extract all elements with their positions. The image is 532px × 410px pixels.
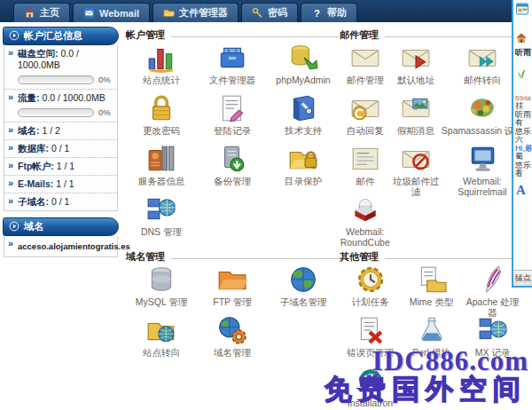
nav-folder-icon: [163, 7, 175, 19]
app-item-label: 垃圾邮件过滤: [390, 176, 441, 197]
app-item-label: MySQL 管理: [136, 296, 188, 307]
stat-value: 0 / 1: [51, 196, 69, 207]
app-item-auto-reply[interactable]: 自动回复: [340, 93, 390, 144]
subdomain-icon: [288, 264, 318, 295]
app-item-roundcube[interactable]: Webmail: RoundCube: [340, 194, 390, 245]
app-item-mail-manage[interactable]: 邮件管理: [340, 43, 390, 93]
webmail-icon: [83, 7, 95, 19]
mx-icon: [478, 315, 508, 345]
app-item-ftp[interactable]: FTP 管理: [197, 264, 268, 315]
app-item-label: 邮件管理: [347, 75, 384, 85]
app-item-label: DNS 管理: [141, 226, 182, 237]
app-item-label: 计划任务: [352, 296, 389, 307]
app-item-login-log[interactable]: 登陆记录: [197, 93, 268, 144]
progress-bar: [18, 108, 94, 117]
app-item-label: 登陆记录: [214, 125, 251, 136]
vacation-message-icon: [401, 93, 431, 123]
sidebar-stat: »流量: 0.0 / 1000.0MB0%: [4, 89, 117, 122]
app-item-subdomain[interactable]: 子域名管理: [268, 264, 339, 315]
app-item-spam-filter[interactable]: 垃圾邮件过滤: [390, 144, 441, 194]
nav-tab-key[interactable]: 密码: [241, 3, 298, 22]
popup-tab-button[interactable]: 猛点: [513, 270, 532, 286]
app-item-phpmyadmin[interactable]: phpMyAdmin: [268, 43, 339, 93]
app-item-server-info[interactable]: 服务器信息: [126, 144, 197, 194]
app-item-mail[interactable]: 邮件: [340, 144, 390, 194]
app-item-mime[interactable]: Mime 类型: [401, 264, 462, 315]
app-item-dns[interactable]: DNS 管理: [126, 194, 197, 245]
sidebar-domain-item[interactable]: »acceso.alojamientogratis.es: [4, 236, 117, 256]
app-item-installatron[interactable]: Installatron Applications Installer: [340, 366, 401, 410]
mime-icon: [417, 264, 447, 295]
nav-tab-label: 帮助: [327, 6, 347, 20]
sidebar-stat: »Ftp帐户: 1 / 1: [4, 157, 117, 175]
ftp-icon: [217, 264, 247, 295]
app-item-site-stats[interactable]: 站点统计: [126, 43, 197, 93]
mini-window-icon[interactable]: [515, 2, 532, 20]
app-item-label: 站点转向: [143, 347, 180, 358]
domain-name: acceso.alojamientogratis.es: [18, 241, 130, 251]
app-item-error-pages[interactable]: 错误页管理: [340, 315, 401, 366]
sidebar-domains-header: 域名: [3, 217, 119, 236]
app-item-default-address[interactable]: 默认地址: [390, 43, 441, 93]
tech-support-icon: [288, 93, 318, 123]
sidebar-domains-title: 域名: [24, 220, 43, 233]
sidebar-stat: »E-Mails: 1 / 1: [4, 175, 117, 193]
nav-tab-nav-folder[interactable]: 文件管理器: [153, 3, 239, 22]
mail-icon: [350, 144, 380, 174]
app-item-label: 服务器信息: [138, 176, 185, 186]
stat-value: 1 / 1: [56, 178, 74, 189]
key-icon: [252, 7, 263, 19]
backup-icon: [217, 144, 247, 174]
progress-percent: 0%: [98, 74, 111, 85]
bullet-arrow-icon: »: [8, 238, 13, 249]
app-item-mysql[interactable]: MySQL 管理: [126, 264, 197, 315]
home-icon: [24, 7, 35, 19]
nav-tab-webmail[interactable]: Webmail: [73, 3, 150, 22]
cpanel-page: 主页Webmail文件管理器密码?帮助 帐户汇总信息 »磁盘空间: 0.0 / …: [0, 0, 532, 410]
app-item-tech-support[interactable]: 技术支持: [268, 93, 339, 144]
progress-percent: 0%: [98, 106, 111, 118]
app-item-vacation-message[interactable]: 假期消息: [390, 93, 441, 144]
app-item-site-redirect[interactable]: 站点转向: [126, 315, 197, 366]
help-icon: ?: [311, 7, 323, 19]
mail-manage-icon: [350, 43, 380, 73]
circle-arrow-icon: [9, 30, 20, 43]
svg-text:?: ?: [314, 8, 320, 19]
app-item-dir-protect[interactable]: 目录保护: [268, 144, 339, 194]
site-redirect-icon: [146, 315, 176, 345]
bullet-arrow-icon: »: [8, 47, 13, 59]
sidebar-stat: »数据库: 0 / 1: [4, 139, 117, 157]
plant-icon: [515, 67, 532, 83]
nav-tab-home[interactable]: 主页: [13, 3, 70, 22]
house-icon: [515, 32, 532, 48]
app-item-password-lock[interactable]: 更改密码: [126, 93, 197, 144]
app-item-mx[interactable]: MX 记录: [462, 315, 523, 366]
app-item-label: 邮件: [356, 176, 374, 186]
bullet-arrow-icon: »: [8, 195, 13, 207]
site-stats-icon: [146, 43, 176, 73]
section-rule: [385, 258, 523, 259]
domain-manage-icon: [217, 315, 247, 345]
stat-label: 数据库:: [18, 143, 49, 154]
dir-protect-icon: [288, 144, 318, 174]
app-item-perl[interactable]: Perl 模块: [401, 315, 462, 366]
app-item-label: Webmail: Squirrelmail: [449, 176, 516, 197]
app-item-domain-manage[interactable]: 域名管理: [197, 315, 268, 366]
default-address-icon: [401, 43, 431, 73]
nav-tab-help[interactable]: ?帮助: [301, 3, 357, 22]
app-item-label: 文件管理器: [209, 75, 256, 85]
nav-tabs: 主页Webmail文件管理器密码?帮助: [0, 0, 532, 22]
phpmyadmin-icon: [288, 43, 318, 73]
sidebar: 帐户汇总信息 »磁盘空间: 0.0 / 1000.0MB0%»流量: 0.0 /…: [3, 27, 119, 257]
stat-value: 0.0 / 1000.0MB: [42, 92, 105, 103]
app-item-label: FTP 管理: [213, 296, 252, 307]
section-title: 域名管理: [126, 250, 165, 264]
app-item-backup[interactable]: 备份管理: [197, 144, 268, 194]
app-item-file-manager[interactable]: 文件管理器: [197, 43, 268, 93]
app-item-label: phpMyAdmin: [276, 75, 330, 85]
section-rule: [385, 36, 523, 37]
login-log-icon: [217, 93, 247, 123]
mysql-icon: [146, 264, 176, 295]
stat-value: 1 / 2: [42, 125, 59, 136]
app-item-cron[interactable]: 计划任务: [340, 264, 401, 315]
